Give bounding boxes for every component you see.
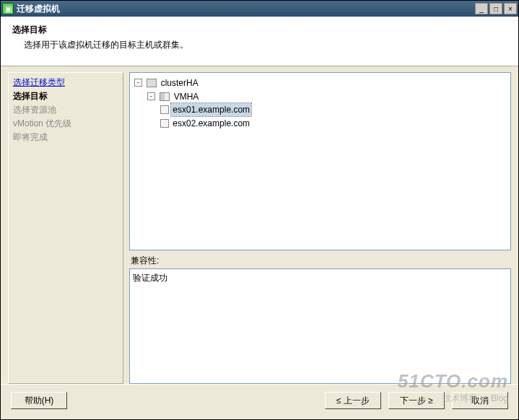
tree-node-cluster[interactable]: - VMHA esx01.example.com <box>147 89 507 130</box>
wizard-steps-sidebar: 选择迁移类型 选择目标 选择资源池 vMotion 优先级 即将完成 <box>8 72 123 384</box>
cancel-button[interactable]: 取消 <box>452 392 508 409</box>
wizard-footer: 帮助(H) ≤ 上一步 下一步 ≥ 取消 <box>1 384 518 419</box>
compatibility-message: 验证成功 <box>133 273 167 283</box>
help-button[interactable]: 帮助(H) <box>11 392 67 409</box>
migration-wizard-window: ▣ 迁移虚拟机 _ □ × 选择目标 选择用于该虚拟机迁移的目标主机或群集。 选… <box>0 0 519 420</box>
step-ready-complete: 即将完成 <box>13 132 48 142</box>
host-icon <box>160 105 169 114</box>
wizard-header: 选择目标 选择用于该虚拟机迁移的目标主机或群集。 <box>1 17 518 66</box>
datacenter-icon <box>147 79 157 87</box>
tree-label-host-1[interactable]: esx01.example.com <box>171 103 251 116</box>
compatibility-label: 兼容性: <box>129 250 511 268</box>
tree-node-host[interactable]: esx02.example.com <box>160 116 507 130</box>
back-button[interactable]: ≤ 上一步 <box>325 392 381 409</box>
tree-label-host-2[interactable]: esx02.example.com <box>171 117 251 130</box>
wizard-step-desc: 选择用于该虚拟机迁移的目标主机或群集。 <box>24 39 507 51</box>
tree-node-host[interactable]: esx01.example.com <box>160 103 507 117</box>
window-controls: _ □ × <box>475 3 517 14</box>
maximize-button[interactable]: □ <box>489 3 502 14</box>
compatibility-pane: 验证成功 <box>129 268 511 384</box>
step-resource-pool: 选择资源池 <box>13 105 56 115</box>
step-select-target: 选择目标 <box>13 91 48 101</box>
collapse-icon[interactable]: - <box>147 92 155 100</box>
cluster-icon <box>160 92 170 101</box>
target-tree[interactable]: - clusterHA - VMHA es <box>129 72 511 250</box>
close-button[interactable]: × <box>504 3 517 14</box>
step-migration-type[interactable]: 选择迁移类型 <box>13 77 65 87</box>
step-vmotion-priority: vMotion 优先级 <box>13 118 71 128</box>
wizard-main: - clusterHA - VMHA es <box>123 72 511 384</box>
tree-label-cluster[interactable]: VMHA <box>173 90 201 103</box>
window-title: 迁移虚拟机 <box>17 3 475 15</box>
minimize-button[interactable]: _ <box>475 3 488 14</box>
app-icon: ▣ <box>2 3 14 14</box>
wizard-body: 选择迁移类型 选择目标 选择资源池 vMotion 优先级 即将完成 - clu… <box>1 66 518 384</box>
host-icon <box>160 119 169 128</box>
tree-label-datacenter[interactable]: clusterHA <box>160 76 200 89</box>
collapse-icon[interactable]: - <box>134 79 142 87</box>
titlebar: ▣ 迁移虚拟机 _ □ × <box>1 1 518 17</box>
wizard-step-title: 选择目标 <box>12 24 507 36</box>
tree-node-datacenter[interactable]: - clusterHA - VMHA es <box>134 76 507 130</box>
next-button[interactable]: 下一步 ≥ <box>388 392 445 409</box>
